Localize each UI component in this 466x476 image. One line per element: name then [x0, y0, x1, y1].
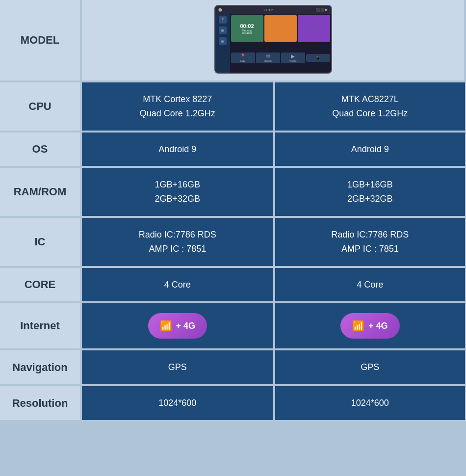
device-main-bottom: 📍 Nav ✉ Radio ▶ Video [230, 43, 331, 73]
cpu-row: CPU MTK Cortex 8227 Quad Core 1.2GHz MTK… [0, 81, 465, 132]
sidebar-settings-icon: ⚙ [219, 26, 227, 34]
cpu-col2-line1: MTK AC8227L [280, 92, 460, 106]
internet-badge-col2: 📶 + 4G [340, 313, 400, 339]
core-col1: 4 Core [81, 267, 274, 303]
wifi-icon-col1: 📶 [160, 318, 172, 334]
internet-badge-col1: 📶 + 4G [148, 313, 207, 339]
navigation-col2: GPS [274, 349, 465, 385]
clock-tile: 00:02 Saturday 2019/10/01 [231, 15, 263, 42]
internet-col2: 📶 + 4G [274, 302, 465, 349]
navigation-row: Navigation GPS GPS [0, 349, 465, 385]
device-main-area: 00:02 Saturday 2019/10/01 [230, 14, 331, 73]
internet-label: Internet [0, 302, 81, 349]
msg-bottom-tile: ✉ Radio [256, 53, 280, 63]
ic-col1: Radio IC:7786 RDS AMP IC : 7851 [81, 217, 274, 267]
cpu-col2: MTK AC8227L Quad Core 1.2GHz [274, 81, 465, 132]
ic-label: IC [0, 217, 81, 267]
ramrom-col1: 1GB+16GB 2GB+32GB [81, 167, 274, 217]
ramrom-col2: 1GB+16GB 2GB+32GB [274, 167, 465, 217]
resolution-col2: 1024*600 [274, 385, 465, 421]
core-col2: 4 Core [274, 267, 465, 303]
cpu-col2-line2: Quad Core 1.2GHz [280, 106, 460, 121]
navigation-col1: GPS [81, 349, 274, 385]
core-row: CORE 4 Core 4 Core [0, 267, 465, 303]
model-label: MODEL [0, 0, 81, 81]
device-main-top: 00:02 Saturday 2019/10/01 [230, 14, 331, 43]
ic-col2: Radio IC:7786 RDS AMP IC : 7851 [274, 217, 465, 267]
device-screen-mockup: ⬤ 00:02 ⬛⬛ ▶ 📍 ⚙ ⚙ 00:02 Saturda [214, 5, 332, 74]
device-sidebar: 📍 ⚙ ⚙ [215, 14, 230, 73]
internet-col1: 📶 + 4G [81, 302, 274, 349]
device-content: 📍 ⚙ ⚙ 00:02 Saturday 2019/10/01 [215, 14, 331, 73]
small-grid-tile [280, 28, 281, 29]
ic-row: IC Radio IC:7786 RDS AMP IC : 7851 Radio… [0, 217, 465, 267]
music-tile: 🎵 [298, 15, 330, 42]
os-col2: Android 9 [274, 132, 465, 167]
orange-tile [264, 15, 297, 42]
resolution-label: Resolution [0, 385, 81, 421]
navigation-label: Navigation [0, 349, 81, 385]
ramrom-label: RAM/ROM [0, 167, 81, 217]
model-image-cell: ⬤ 00:02 ⬛⬛ ▶ 📍 ⚙ ⚙ 00:02 Saturda [81, 0, 465, 81]
internet-row: Internet 📶 + 4G 📶 + 4G [0, 302, 465, 349]
ramrom-row: RAM/ROM 1GB+16GB 2GB+32GB 1GB+16GB 2GB+3… [0, 167, 465, 217]
cpu-col1-line1: MTK Cortex 8227 [87, 92, 268, 106]
nav-bottom-tile: 📍 Nav [231, 53, 255, 63]
video-bottom-tile: ▶ Video [281, 53, 305, 63]
extra-bottom-tile: 📱 [306, 54, 330, 62]
cpu-col1-line2: Quad Core 1.2GHz [87, 106, 268, 121]
model-row: MODEL ⬤ 00:02 ⬛⬛ ▶ 📍 ⚙ ⚙ [0, 0, 465, 81]
resolution-row: Resolution 1024*600 1024*600 [0, 385, 465, 421]
device-top-bar: ⬤ 00:02 ⬛⬛ ▶ [215, 6, 331, 14]
wifi-icon-col2: 📶 [352, 318, 364, 334]
os-label: OS [0, 132, 81, 167]
os-row: OS Android 9 Android 9 [0, 132, 465, 167]
sidebar-extra-icon: ⚙ [219, 37, 227, 45]
cpu-col1: MTK Cortex 8227 Quad Core 1.2GHz [81, 81, 274, 132]
sidebar-nav-icon: 📍 [219, 16, 227, 24]
core-label: CORE [0, 267, 81, 303]
cpu-label: CPU [0, 81, 81, 132]
resolution-col1: 1024*600 [81, 385, 274, 421]
os-col1: Android 9 [81, 132, 274, 167]
